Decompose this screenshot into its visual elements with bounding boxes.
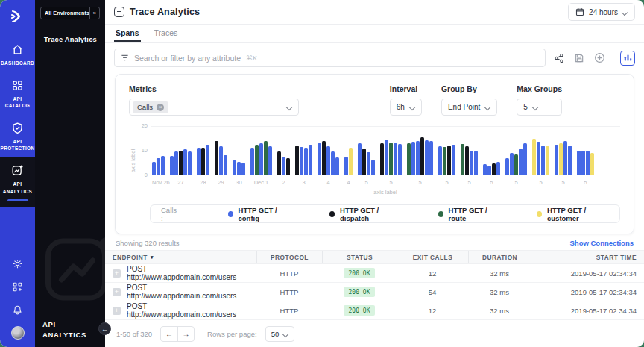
legend-entry[interactable]: HTTP GET / dispatch — [329, 206, 400, 222]
chart-bar[interactable] — [537, 142, 540, 175]
environment-selector[interactable]: All Environments » — [40, 7, 100, 19]
chart-bar[interactable] — [577, 151, 581, 175]
chart-bar[interactable] — [429, 141, 433, 175]
time-range-dropdown[interactable]: 24 hours — [568, 3, 635, 21]
environment-expand-icon[interactable]: » — [89, 7, 99, 19]
chart-bar[interactable] — [282, 157, 285, 175]
metrics-select[interactable]: Calls × — [129, 99, 299, 116]
table-row[interactable]: +POST http://www.appdomain.com/usersHTTP… — [105, 283, 644, 301]
chart-bar[interactable] — [447, 146, 451, 175]
chart-bar[interactable] — [286, 158, 290, 175]
chart-bar[interactable] — [183, 149, 187, 175]
table-row[interactable]: +POST http://www.appdomain.com/usersHTTP… — [105, 264, 644, 283]
chart-bar[interactable] — [268, 146, 272, 175]
chart-bar[interactable] — [335, 157, 339, 175]
prev-page-button[interactable]: ← — [161, 327, 177, 341]
chart-bar[interactable] — [304, 148, 308, 175]
chart-bar[interactable] — [519, 149, 523, 175]
chart-bar[interactable] — [201, 148, 205, 175]
chart-bar[interactable] — [367, 152, 370, 175]
interval-select[interactable]: 6h — [390, 99, 422, 116]
chart-bar[interactable] — [219, 146, 223, 175]
chart-view-toggle[interactable] — [620, 51, 635, 66]
brand-logo-icon[interactable] — [8, 7, 28, 26]
chart-bar[interactable] — [242, 163, 245, 175]
chart-bar[interactable] — [496, 162, 500, 175]
chart-bar[interactable] — [309, 145, 312, 175]
avatar[interactable] — [11, 326, 25, 340]
chart-bar[interactable] — [559, 143, 563, 175]
chart-bar[interactable] — [358, 143, 362, 175]
chart-bar[interactable] — [295, 146, 299, 175]
chart-bar[interactable] — [581, 151, 585, 175]
chart-bar[interactable] — [331, 151, 335, 175]
chart-bar[interactable] — [264, 141, 268, 175]
chart-bar[interactable] — [394, 143, 397, 175]
column-header-start-time[interactable]: START TIME — [531, 251, 644, 263]
chart-bar[interactable] — [318, 143, 321, 175]
chart-bar[interactable] — [438, 146, 442, 175]
chart-bar[interactable] — [590, 153, 594, 175]
column-header-status[interactable]: STATUS — [322, 251, 397, 263]
chart-bar[interactable] — [546, 146, 549, 175]
chart-bar[interactable] — [206, 145, 209, 175]
chart-bar[interactable] — [371, 160, 375, 175]
chart-bar[interactable] — [505, 158, 509, 175]
chart-bar[interactable] — [416, 141, 420, 175]
chart-bar[interactable] — [259, 143, 263, 175]
gear-icon[interactable] — [11, 257, 25, 270]
chart-bar[interactable] — [197, 148, 201, 175]
sidebar-item-api-analytics[interactable]: API ANALYTICS — [0, 157, 35, 207]
chart-bar[interactable] — [411, 142, 415, 175]
column-header-duration[interactable]: DURATION — [468, 251, 531, 263]
chart-bar[interactable] — [443, 147, 446, 175]
legend-entry[interactable]: HTTP GET / config — [228, 206, 291, 222]
chart-bar[interactable] — [532, 139, 536, 176]
chart-bar[interactable] — [179, 151, 183, 175]
chart-bar[interactable] — [349, 148, 353, 175]
sidebar-item-api-protection[interactable]: API PROTECTION — [0, 115, 35, 157]
chart-bar[interactable] — [277, 151, 281, 175]
sidebar-item-dashboard[interactable]: DASHBOARD — [0, 37, 35, 72]
chart-bar[interactable] — [398, 144, 402, 175]
column-header-exit-calls[interactable]: EXIT CALLS — [397, 251, 468, 263]
chart-bar[interactable] — [407, 143, 411, 175]
chart-bar[interactable] — [420, 137, 424, 175]
legend-entry[interactable]: HTTP GET / customer — [537, 206, 609, 222]
chart-bar[interactable] — [510, 153, 514, 175]
tab-spans[interactable]: Spans — [116, 28, 139, 42]
sort-caret-icon[interactable]: ▾ — [151, 254, 154, 260]
group-by-select[interactable]: End Point — [441, 99, 497, 116]
chart-bar[interactable] — [344, 157, 348, 175]
chart-bar[interactable] — [470, 151, 473, 175]
show-connections-link[interactable]: Show Connections — [570, 239, 634, 247]
bell-icon[interactable] — [11, 303, 25, 316]
chart-bar[interactable] — [389, 143, 393, 175]
chart-bar[interactable] — [300, 147, 303, 175]
chart-bar[interactable] — [461, 144, 464, 175]
chart-bar[interactable] — [161, 156, 165, 175]
chart-bar[interactable] — [188, 151, 192, 175]
chart-bar[interactable] — [474, 151, 478, 175]
chart-bar[interactable] — [564, 141, 567, 175]
chart-bar[interactable] — [523, 143, 527, 175]
chart-bar[interactable] — [586, 151, 590, 175]
chart-bar[interactable] — [224, 155, 227, 175]
chip-remove-icon[interactable]: × — [157, 104, 164, 111]
chart-bar[interactable] — [170, 156, 174, 175]
chart-bar[interactable] — [555, 145, 558, 175]
table-row[interactable]: +POST http://www.appdomain.com/usersHTTP… — [105, 301, 644, 320]
chart-bar[interactable] — [425, 140, 429, 175]
column-header-endpoint[interactable]: ENDPOINT▾ — [105, 251, 256, 263]
chart-bar[interactable] — [380, 143, 384, 175]
chart-bar[interactable] — [487, 166, 491, 175]
add-icon[interactable] — [593, 51, 606, 65]
share-icon[interactable] — [552, 51, 566, 65]
rows-per-page-select[interactable]: 50 — [265, 326, 295, 342]
sidebar-collapse-button[interactable]: ← — [98, 322, 111, 335]
sidebar-item-api-catalog[interactable]: API CATALOG — [0, 72, 35, 115]
column-header-protocol[interactable]: PROTOCOL — [256, 251, 322, 263]
chart-bar[interactable] — [541, 146, 545, 175]
chart-bar[interactable] — [483, 164, 487, 175]
chart-bar[interactable] — [568, 146, 572, 175]
